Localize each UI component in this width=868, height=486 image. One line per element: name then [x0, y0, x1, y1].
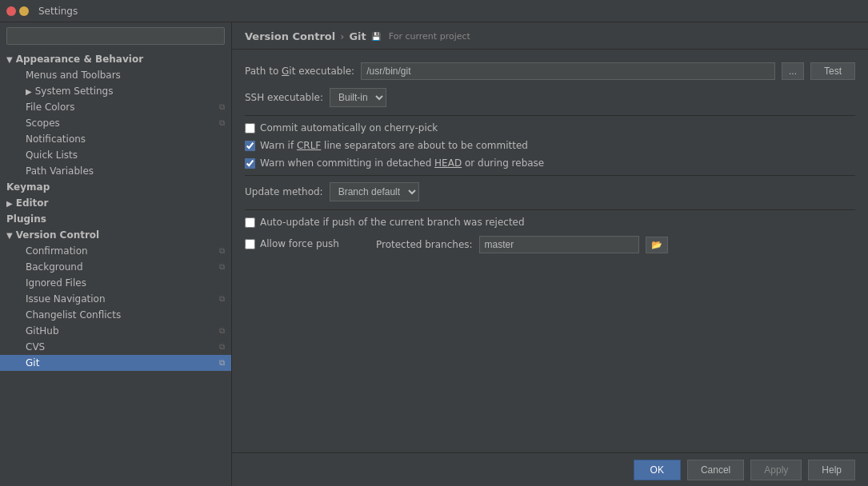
settings-form: Path to Git executable: ... Test SSH exe… — [232, 50, 868, 452]
sidebar: ▼Appearance & Behavior Menus and Toolbar… — [0, 22, 232, 486]
copy-icon: ⧉ — [219, 102, 225, 112]
title-bar: Settings — [0, 0, 868, 22]
commit-auto-checkbox[interactable] — [245, 123, 255, 133]
search-input[interactable] — [6, 27, 225, 45]
project-icon: 💾 — [371, 32, 381, 41]
sidebar-item-menus-toolbars[interactable]: Menus and Toolbars — [0, 67, 231, 83]
sidebar-item-scopes[interactable]: Scopes ⧉ — [0, 115, 231, 131]
force-push-checkbox[interactable] — [245, 239, 255, 249]
minimize-button[interactable] — [19, 6, 29, 16]
branches-folder-button[interactable]: 📂 — [646, 237, 668, 253]
sidebar-item-path-variables[interactable]: Path Variables — [0, 163, 231, 179]
sidebar-item-background[interactable]: Background ⧉ — [0, 259, 231, 275]
sidebar-item-github[interactable]: GitHub ⧉ — [0, 323, 231, 339]
browse-button[interactable]: ... — [782, 62, 804, 80]
sidebar-item-quick-lists[interactable]: Quick Lists — [0, 147, 231, 163]
copy-icon: ⧉ — [219, 342, 225, 352]
arrow-icon: ▼ — [6, 55, 13, 64]
main-container: ▼Appearance & Behavior Menus and Toolbar… — [0, 22, 868, 486]
warn-detached-checkbox[interactable] — [245, 158, 255, 169]
sidebar-item-changelist-conflicts[interactable]: Changelist Conflicts — [0, 307, 231, 323]
sidebar-item-git[interactable]: Git ⧉ — [0, 355, 231, 371]
breadcrumb-path: Version Control — [245, 30, 335, 42]
apply-button[interactable]: Apply — [750, 460, 802, 480]
copy-icon: ⧉ — [219, 294, 225, 304]
divider2 — [245, 175, 855, 176]
warn-detached-row: Warn when committing in detached HEAD or… — [245, 157, 855, 169]
update-method-row: Update method: Branch default Merge Reba… — [245, 182, 855, 201]
git-path-label: Path to Git executable: — [245, 66, 354, 77]
copy-icon: ⧉ — [219, 326, 225, 336]
ssh-select[interactable]: Built-in Native — [330, 88, 386, 107]
git-path-input[interactable] — [361, 62, 775, 80]
commit-auto-label: Commit automatically on cherry-pick — [260, 122, 438, 133]
protected-branches-input[interactable] — [479, 236, 639, 253]
git-path-row: Path to Git executable: ... Test — [245, 62, 855, 80]
breadcrumb-current: Git — [349, 30, 366, 42]
sidebar-item-system-settings[interactable]: ▶System Settings — [0, 83, 231, 99]
warn-crlf-checkbox[interactable] — [245, 141, 255, 151]
help-button[interactable]: Help — [808, 460, 855, 480]
auto-update-checkbox[interactable] — [245, 217, 255, 228]
window-controls — [6, 6, 29, 16]
ok-button[interactable]: OK — [634, 460, 681, 480]
sidebar-item-cvs[interactable]: CVS ⧉ — [0, 339, 231, 355]
auto-update-row: Auto-update if push of the current branc… — [245, 217, 855, 228]
divider — [245, 115, 855, 116]
window-title: Settings — [38, 6, 78, 17]
protected-branches-row: Protected branches: 📂 — [376, 236, 668, 253]
sidebar-item-keymap[interactable]: Keymap — [0, 179, 231, 195]
divider3 — [245, 209, 855, 210]
force-push-label: Allow force push — [260, 238, 339, 249]
arrow-icon: ▶ — [26, 87, 32, 96]
copy-icon: ⧉ — [219, 262, 225, 272]
warn-detached-label: Warn when committing in detached HEAD or… — [260, 157, 544, 169]
test-button[interactable]: Test — [810, 62, 855, 80]
arrow-icon: ▶ — [6, 199, 13, 208]
copy-icon: ⧉ — [219, 118, 225, 128]
copy-icon: ⧉ — [219, 246, 225, 256]
commit-auto-row: Commit automatically on cherry-pick — [245, 122, 855, 133]
close-button[interactable] — [6, 6, 16, 16]
bottom-bar: OK Cancel Apply Help — [232, 452, 868, 486]
sidebar-item-ignored-files[interactable]: Ignored Files — [0, 275, 231, 291]
sidebar-item-plugins[interactable]: Plugins — [0, 211, 231, 227]
sidebar-item-notifications[interactable]: Notifications — [0, 131, 231, 147]
protected-branches-label: Protected branches: — [376, 239, 473, 250]
sidebar-item-version-control[interactable]: ▼Version Control — [0, 227, 231, 243]
arrow-icon: ▼ — [6, 231, 13, 240]
for-current-project-label: For current project — [389, 31, 470, 42]
sidebar-item-issue-navigation[interactable]: Issue Navigation ⧉ — [0, 291, 231, 307]
warn-crlf-row: Warn if CRLF line separators are about t… — [245, 140, 855, 151]
update-method-label: Update method: — [245, 186, 323, 197]
auto-update-label: Auto-update if push of the current branc… — [260, 217, 525, 228]
force-push-row: Allow force push Protected branches: 📂 — [245, 234, 855, 253]
update-method-select[interactable]: Branch default Merge Rebase — [330, 182, 419, 201]
sidebar-tree: ▼Appearance & Behavior Menus and Toolbar… — [0, 50, 231, 486]
cancel-button[interactable]: Cancel — [687, 460, 744, 480]
content-header: Version Control › Git 💾 For current proj… — [232, 22, 868, 50]
sidebar-item-appearance[interactable]: ▼Appearance & Behavior — [0, 51, 231, 67]
breadcrumb-separator: › — [340, 30, 344, 42]
copy-icon: ⧉ — [219, 358, 225, 368]
sidebar-item-confirmation[interactable]: Confirmation ⧉ — [0, 243, 231, 259]
warn-crlf-label: Warn if CRLF line separators are about t… — [260, 140, 528, 151]
ssh-label: SSH executable: — [245, 92, 323, 103]
sidebar-item-editor[interactable]: ▶Editor — [0, 195, 231, 211]
content-panel: Version Control › Git 💾 For current proj… — [232, 22, 868, 486]
ssh-row: SSH executable: Built-in Native — [245, 88, 855, 107]
sidebar-item-file-colors[interactable]: File Colors ⧉ — [0, 99, 231, 115]
